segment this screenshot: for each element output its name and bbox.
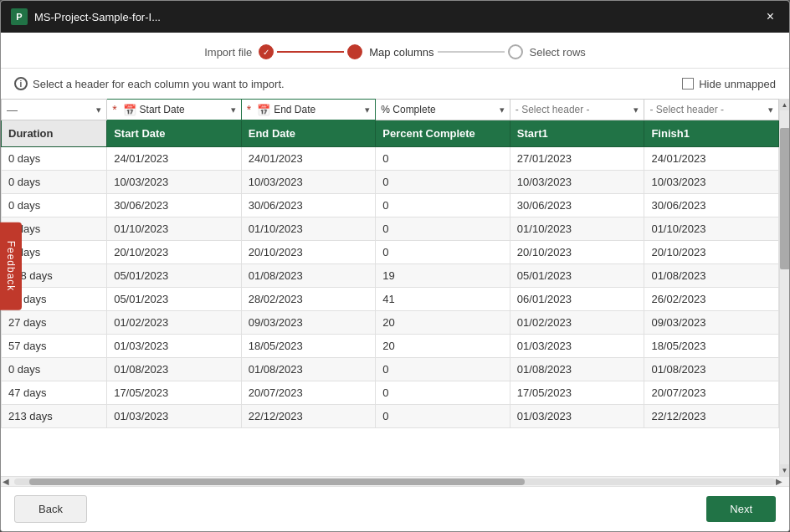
vertical-scrollbar[interactable]: ▲ ▼ — [779, 99, 789, 476]
table-row: 0 days20/10/202320/10/2023020/10/202320/… — [2, 241, 779, 264]
cell-r5-c2: 01/08/2023 — [241, 264, 376, 288]
cell-r8-c0: 57 days — [2, 335, 107, 358]
cell-r8-c2: 18/05/2023 — [241, 335, 376, 358]
cell-r10-c3: 0 — [376, 381, 510, 405]
next-button[interactable]: Next — [706, 496, 776, 522]
table-row: 213 days01/03/202322/12/2023001/03/20232… — [2, 405, 779, 428]
cell-r5-c5: 01/08/2023 — [644, 264, 779, 288]
step-select-rows-dot — [508, 44, 523, 59]
dialog-title: MS-Project-Sample-for-I... — [34, 11, 161, 23]
cell-r2-c2: 30/06/2023 — [241, 194, 376, 217]
cell-r4-c1: 20/10/2023 — [107, 241, 242, 264]
cell-r11-c1: 01/03/2023 — [107, 405, 242, 428]
cell-r1-c0: 0 days — [2, 171, 107, 194]
col-selector-3[interactable]: % Complete ▾ — [376, 100, 510, 120]
col2-dropdown-arrow: ▾ — [365, 105, 370, 115]
cell-r8-c3: 20 — [376, 335, 510, 358]
cell-r0-c1: 24/01/2023 — [107, 147, 242, 171]
cell-r2-c1: 30/06/2023 — [107, 194, 242, 217]
cell-r9-c5: 01/08/2023 — [644, 358, 779, 381]
cell-r11-c0: 213 days — [2, 405, 107, 428]
step-select-rows-label: Select rows — [530, 46, 586, 59]
col-selector-5[interactable]: - Select header - ▾ — [644, 100, 779, 120]
main-dialog: P MS-Project-Sample-for-I... × Import fi… — [0, 0, 790, 532]
cell-r9-c4: 01/08/2023 — [510, 358, 644, 381]
hide-unmapped-checkbox[interactable] — [682, 78, 694, 90]
cell-r7-c3: 20 — [376, 311, 510, 335]
col1-dropdown-arrow: ▾ — [231, 105, 236, 115]
cell-r3-c1: 01/10/2023 — [107, 217, 242, 241]
step-import-file-dot: ✓ — [259, 44, 274, 59]
table-row: 39 days05/01/202328/02/20234106/01/20232… — [2, 288, 779, 311]
col-header-2: End Date — [241, 120, 376, 147]
col-header-4: Start1 — [510, 120, 644, 147]
table-inner-scroll[interactable]: — ▾ * 📅 Start Date — [1, 99, 779, 476]
col5-label: - Select header - — [649, 104, 765, 115]
col1-required-star: * — [112, 103, 116, 116]
horiz-scroll-thumb[interactable] — [29, 478, 525, 485]
horizontal-scrollbar[interactable]: ◀ ▶ — [1, 476, 789, 486]
cell-r7-c5: 09/03/2023 — [644, 311, 779, 335]
col4-dropdown-arrow: ▾ — [634, 105, 639, 115]
scroll-track[interactable] — [780, 110, 790, 464]
cell-r9-c2: 01/08/2023 — [241, 358, 376, 381]
step-map-columns-label: Map columns — [369, 46, 433, 59]
cell-r1-c5: 10/03/2023 — [644, 171, 779, 194]
col-header-3: Percent Complete — [376, 120, 510, 147]
cell-r2-c4: 30/06/2023 — [510, 194, 644, 217]
cell-r3-c3: 0 — [376, 217, 510, 241]
cell-r6-c1: 05/01/2023 — [107, 288, 242, 311]
cell-r4-c5: 20/10/2023 — [644, 241, 779, 264]
cell-r7-c1: 01/02/2023 — [107, 311, 242, 335]
scroll-up-button[interactable]: ▲ — [780, 99, 790, 110]
cell-r0-c0: 0 days — [2, 147, 107, 171]
info-message: Select a header for each column you want… — [33, 78, 285, 90]
cell-r3-c5: 01/10/2023 — [644, 217, 779, 241]
horiz-scroll-track[interactable] — [14, 478, 776, 485]
feedback-tab[interactable]: Feedback — [0, 223, 22, 310]
col-header-1: Start Date — [107, 120, 242, 147]
cell-r6-c3: 41 — [376, 288, 510, 311]
cell-r4-c4: 20/10/2023 — [510, 241, 644, 264]
app-icon: P — [11, 8, 28, 25]
cell-r11-c2: 22/12/2023 — [241, 405, 376, 428]
cell-r5-c4: 05/01/2023 — [510, 264, 644, 288]
scroll-thumb[interactable] — [780, 128, 790, 269]
scroll-down-button[interactable]: ▼ — [780, 464, 790, 476]
title-bar: P MS-Project-Sample-for-I... × — [1, 1, 789, 33]
step-import-file: Import file ✓ — [204, 44, 274, 59]
cell-r7-c2: 09/03/2023 — [241, 311, 376, 335]
table-row: 148 days05/01/202301/08/20231905/01/2023… — [2, 264, 779, 288]
table-row: 47 days17/05/202320/07/2023017/05/202320… — [2, 381, 779, 405]
hide-unmapped-label: Hide unmapped — [699, 78, 776, 90]
step-select-rows: Select rows — [508, 44, 586, 59]
title-bar-left: P MS-Project-Sample-for-I... — [11, 8, 161, 25]
cell-r10-c0: 47 days — [2, 381, 107, 405]
scroll-left-button[interactable]: ◀ — [3, 477, 14, 486]
cell-r5-c1: 05/01/2023 — [107, 264, 242, 288]
cell-r7-c0: 27 days — [2, 311, 107, 335]
cell-r10-c5: 20/07/2023 — [644, 381, 779, 405]
scroll-right-button[interactable]: ▶ — [776, 477, 787, 486]
cell-r3-c4: 01/10/2023 — [510, 217, 644, 241]
cell-r6-c4: 06/01/2023 — [510, 288, 644, 311]
col-selector-1[interactable]: * 📅 Start Date ▾ — [107, 100, 242, 120]
cell-r8-c5: 18/05/2023 — [644, 335, 779, 358]
table-row: 0 days24/01/202324/01/2023027/01/202324/… — [2, 147, 779, 171]
cell-r9-c1: 01/08/2023 — [107, 358, 242, 381]
step-import-file-label: Import file — [204, 46, 252, 59]
cell-r8-c1: 01/03/2023 — [107, 335, 242, 358]
hide-unmapped-area[interactable]: Hide unmapped — [682, 78, 776, 90]
cell-r0-c4: 27/01/2023 — [510, 147, 644, 171]
table-row: 0 days10/03/202310/03/2023010/03/202310/… — [2, 171, 779, 194]
close-button[interactable]: × — [762, 8, 779, 26]
back-button[interactable]: Back — [14, 495, 87, 523]
col-selector-2[interactable]: * 📅 End Date ▾ — [241, 100, 376, 120]
col-selector-0[interactable]: — ▾ — [2, 100, 107, 120]
column-selector-row: — ▾ * 📅 Start Date — [2, 100, 779, 120]
column-headers-row: Duration Start Date End Date Percent Com… — [2, 120, 779, 147]
cell-r4-c3: 0 — [376, 241, 510, 264]
cell-r2-c5: 30/06/2023 — [644, 194, 779, 217]
col1-date-icon: 📅 — [123, 104, 136, 116]
col-selector-4[interactable]: - Select header - ▾ — [510, 100, 644, 120]
